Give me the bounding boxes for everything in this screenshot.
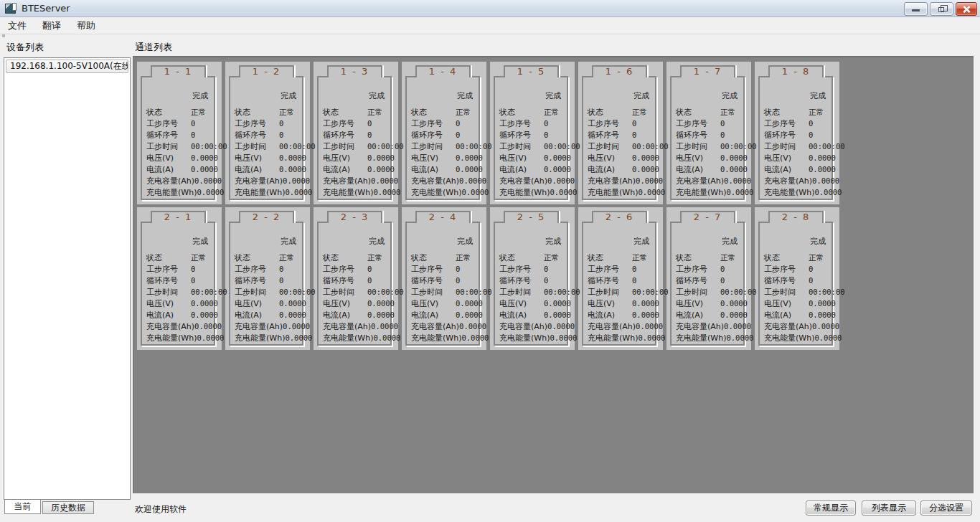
sort-settings-button[interactable]: 分选设置: [920, 500, 972, 516]
restore-button[interactable]: [930, 2, 953, 16]
channel-field-row: 电压(V)0.0000: [146, 152, 217, 163]
channel-state-banner: 完成: [588, 90, 658, 102]
field-value: 0.0000: [459, 176, 486, 185]
bteserver-window: { "window": { "title": "BTEServer" }, "m…: [0, 0, 980, 522]
menu-help[interactable]: 帮助: [69, 18, 103, 34]
field-value: 0: [544, 130, 548, 139]
channel-field-row: 工步时间00:00:00: [411, 286, 481, 298]
field-value: 0: [279, 276, 283, 285]
device-list[interactable]: 192.168.1.100-5V100A(在线): [4, 57, 131, 500]
field-label: 状态: [235, 107, 279, 118]
field-label: 电流(A): [764, 164, 809, 176]
field-label: 状态: [411, 252, 456, 264]
field-value: 0.0000: [367, 310, 395, 319]
channel-card[interactable]: 2 - 8 完成 状态正常工步序号0循环序号0工步时间00:00:00电压(V)…: [755, 207, 839, 350]
channel-card[interactable]: 2 - 4 完成 状态正常工步序号0循环序号0工步时间00:00:00电压(V)…: [402, 207, 486, 350]
channel-field-row: 循环序号0: [499, 129, 570, 141]
field-label: 工步时间: [323, 141, 367, 153]
field-value: 0.0000: [638, 188, 665, 196]
field-label: 电压(V): [499, 153, 544, 164]
channel-field-row: 充电能量(Wh)0.0000: [676, 332, 746, 343]
close-icon: [962, 5, 971, 14]
menu-file[interactable]: 文件: [0, 18, 34, 34]
regular-display-button[interactable]: 常规显示: [806, 500, 856, 516]
channel-id: 1 - 6: [592, 65, 647, 77]
field-label: 充电容量(Ah): [411, 321, 459, 333]
channel-list-label: 通道列表: [135, 41, 172, 54]
channel-card[interactable]: 2 - 5 完成 状态正常工步序号0循环序号0工步时间00:00:00电压(V)…: [490, 207, 575, 350]
menu-translate[interactable]: 翻译: [34, 18, 69, 34]
channel-field-row: 循环序号0: [676, 275, 746, 286]
field-value: 00:00:00: [279, 142, 316, 151]
channel-card[interactable]: 1 - 2 完成 状态正常工步序号0循环序号0工步时间00:00:00电压(V)…: [225, 62, 310, 204]
field-label: 电流(A): [588, 310, 632, 321]
field-label: 循环序号: [146, 130, 191, 141]
field-value: 0.0000: [814, 333, 842, 342]
channel-card[interactable]: 1 - 1 完成 状态正常工步序号0循环序号0工步时间00:00:00电压(V)…: [137, 62, 222, 204]
field-value: 0.0000: [456, 153, 483, 162]
channel-card[interactable]: 1 - 4 完成 状态正常工步序号0循环序号0工步时间00:00:00电压(V)…: [402, 62, 486, 204]
channel-field-row: 状态正常: [323, 106, 393, 118]
channel-id: 1 - 7: [680, 65, 735, 77]
channel-card[interactable]: 2 - 6 完成 状态正常工步序号0循环序号0工步时间00:00:00电压(V)…: [578, 207, 663, 350]
field-value: 0.0000: [724, 322, 751, 331]
tab-history[interactable]: 历史数据: [42, 501, 94, 514]
channel-field-row: 充电能量(Wh)0.0000: [146, 186, 217, 198]
channel-state-banner: 完成: [323, 90, 393, 102]
channel-state-banner: 完成: [323, 236, 393, 247]
channel-field-row: 工步时间00:00:00: [588, 141, 658, 152]
channel-field-row: 充电能量(Wh)0.0000: [764, 186, 834, 198]
field-label: 工步序号: [764, 118, 809, 130]
field-value: 0: [367, 130, 372, 139]
title-bar[interactable]: BTEServer: [0, 0, 980, 17]
channel-card[interactable]: 1 - 8 完成 状态正常工步序号0循环序号0工步时间00:00:00电压(V)…: [755, 62, 839, 204]
channel-fields: 完成 状态正常工步序号0循环序号0工步时间00:00:00电压(V)0.0000…: [146, 236, 217, 343]
device-item-selected[interactable]: 192.168.1.100-5V100A(在线): [6, 60, 128, 73]
channel-field-row: 状态正常: [411, 252, 481, 263]
channel-field-row: 电压(V)0.0000: [235, 152, 305, 163]
field-label: 充电能量(Wh): [499, 187, 550, 199]
channel-card[interactable]: 2 - 7 完成 状态正常工步序号0循环序号0工步时间00:00:00电压(V)…: [666, 207, 751, 350]
channel-fields: 完成 状态正常工步序号0循环序号0工步时间00:00:00电压(V)0.0000…: [499, 90, 570, 198]
field-label: 电流(A): [235, 310, 279, 321]
channel-card[interactable]: 2 - 2 完成 状态正常工步序号0循环序号0工步时间00:00:00电压(V)…: [225, 207, 310, 350]
field-value: 0.0000: [632, 299, 659, 308]
list-display-button[interactable]: 列表显示: [862, 500, 916, 516]
field-value: 0.0000: [373, 188, 400, 196]
channel-card[interactable]: 2 - 3 完成 状态正常工步序号0循环序号0工步时间00:00:00电压(V)…: [314, 207, 398, 350]
field-value: 0.0000: [191, 299, 218, 308]
close-button[interactable]: [956, 2, 977, 16]
channel-card[interactable]: 1 - 5 完成 状态正常工步序号0循环序号0工步时间00:00:00电压(V)…: [490, 62, 575, 204]
channel-state-banner: 完成: [676, 90, 746, 102]
channel-card[interactable]: 1 - 6 完成 状态正常工步序号0循环序号0工步时间00:00:00电压(V)…: [578, 62, 663, 204]
field-value: 0: [191, 276, 195, 285]
channel-card[interactable]: 1 - 7 完成 状态正常工步序号0循环序号0工步时间00:00:00电压(V)…: [666, 62, 751, 204]
tab-current[interactable]: 当前: [4, 500, 41, 514]
field-value: 0: [191, 265, 195, 273]
field-value: 0.0000: [809, 299, 836, 308]
field-label: 电流(A): [146, 164, 191, 176]
channel-field-row: 工步时间00:00:00: [676, 141, 746, 152]
field-label: 电压(V): [588, 153, 632, 164]
field-label: 充电容量(Ah): [146, 321, 194, 333]
field-value: 0: [720, 276, 725, 285]
channel-field-row: 工步序号0: [588, 263, 658, 275]
toolbar-divider: [0, 34, 980, 34]
field-value: 0: [456, 276, 460, 285]
channel-state-banner: 完成: [235, 236, 305, 247]
field-value: 0: [809, 276, 813, 285]
field-value: 0: [809, 119, 813, 128]
minimize-button[interactable]: [904, 2, 928, 16]
field-label: 循环序号: [764, 275, 809, 287]
channel-field-row: 充电能量(Wh)0.0000: [411, 186, 481, 198]
field-value: 0: [809, 130, 813, 139]
field-label: 充电能量(Wh): [411, 187, 461, 199]
channel-id: 1 - 5: [504, 65, 559, 77]
field-label: 工步时间: [235, 287, 279, 298]
channel-field-row: 工步序号0: [411, 118, 481, 129]
channel-field-row: 循环序号0: [235, 275, 305, 286]
channel-field-row: 工步序号0: [235, 263, 305, 275]
field-value: 0: [720, 119, 725, 128]
channel-card[interactable]: 1 - 3 完成 状态正常工步序号0循环序号0工步时间00:00:00电压(V)…: [314, 62, 398, 204]
channel-card[interactable]: 2 - 1 完成 状态正常工步序号0循环序号0工步时间00:00:00电压(V)…: [137, 207, 222, 350]
